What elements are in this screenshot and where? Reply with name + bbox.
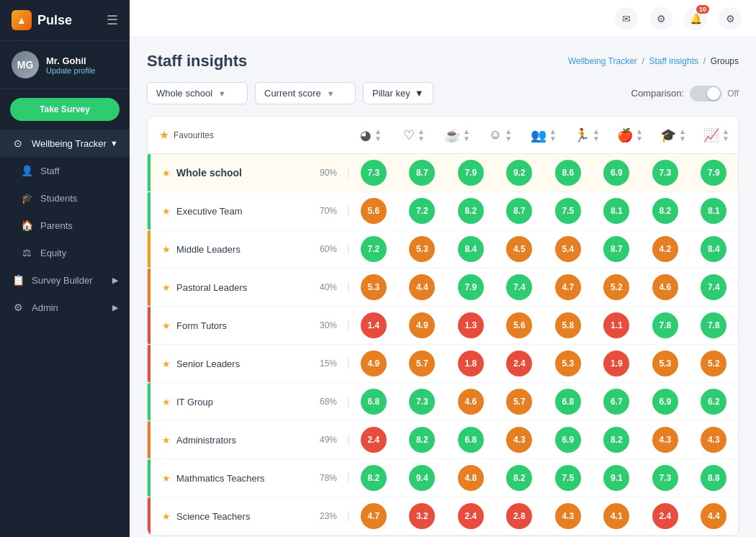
update-profile-link[interactable]: Update profile — [46, 66, 96, 75]
score-bubble: 1.8 — [458, 351, 484, 376]
score-cell: 1.1 — [593, 307, 642, 344]
score-bubble: 4.4 — [409, 274, 435, 300]
breadcrumb-root[interactable]: Wellbeing Tracker — [568, 56, 637, 66]
score-bubble: 5.7 — [506, 389, 532, 415]
favourite-star[interactable]: ★ — [162, 206, 171, 217]
score-filter[interactable]: Current score ▼ — [255, 82, 356, 104]
score-bubble: 7.3 — [361, 160, 387, 186]
favourite-star[interactable]: ★ — [162, 435, 171, 446]
profile-section: MG Mr. Gohil Update profile — [0, 41, 130, 89]
breadcrumb-parent[interactable]: Staff insights — [649, 56, 698, 66]
sidebar-item-parents[interactable]: 🏠 Parents — [0, 212, 130, 239]
sort-icon[interactable]: ▲▼ — [463, 128, 470, 143]
score-bubble: 6.8 — [555, 389, 581, 415]
take-survey-button[interactable]: Take Survey — [10, 98, 120, 121]
score-cell: 5.4 — [544, 230, 593, 268]
group-filter-label: Whole school — [156, 88, 212, 99]
sort-icon[interactable]: ▲▼ — [374, 128, 382, 143]
avatar: MG — [12, 51, 39, 78]
score-cell: 4.9 — [349, 345, 398, 382]
score-cell: 8.2 — [593, 421, 642, 459]
pillar-key-button[interactable]: Pillar key ▼ — [363, 82, 433, 104]
score-cell: 8.4 — [690, 230, 739, 268]
score-cell: 7.8 — [690, 307, 739, 344]
row-label-cell: ★Middle Leaders — [150, 237, 309, 262]
score-bubble: 6.8 — [458, 427, 484, 453]
score-bubble: 4.7 — [361, 503, 387, 529]
score-bubble: 8.8 — [701, 465, 726, 491]
sort-icon[interactable]: ▲▼ — [549, 128, 557, 143]
admin-icon: ⚙ — [12, 302, 24, 313]
favourite-star[interactable]: ★ — [162, 397, 171, 407]
sort-icon[interactable]: ▲▼ — [593, 128, 600, 143]
sidebar-item-equity[interactable]: ⚖ Equity — [0, 239, 130, 266]
sidebar-item-wellbeing-tracker[interactable]: ⊙ Wellbeing Tracker ▼ — [0, 130, 130, 157]
sidebar-item-staff[interactable]: 👤 Staff — [0, 157, 130, 184]
score-filter-label: Current score — [264, 88, 321, 99]
score-bubble: 8.7 — [603, 236, 629, 262]
sort-icon[interactable]: ▲▼ — [505, 128, 512, 143]
group-filter[interactable]: Whole school ▼ — [147, 82, 248, 104]
wellbeing-icon: ⊙ — [12, 137, 24, 149]
mail-button[interactable]: ✉ — [615, 7, 638, 30]
toggle-knob — [707, 87, 720, 100]
score-bubble: 4.3 — [506, 427, 532, 453]
score-cell: 7.8 — [641, 307, 690, 344]
score-bubble: 8.1 — [603, 198, 629, 224]
score-bubble: 2.4 — [652, 503, 678, 529]
sort-icon[interactable]: ▲▼ — [722, 128, 729, 143]
score-bubble: 5.4 — [555, 236, 581, 262]
score-cell: 6.9 — [544, 421, 593, 459]
score-cell: 7.9 — [690, 154, 739, 191]
row-label: Executive Team — [176, 206, 243, 217]
favourite-star[interactable]: ★ — [162, 282, 171, 293]
col-header-professional: 🎓 ▲▼ — [652, 127, 695, 143]
favourite-star[interactable]: ★ — [162, 244, 171, 255]
equity-icon: ⚖ — [20, 247, 33, 258]
page-title: Staff insights — [147, 52, 247, 71]
score-cell: 7.3 — [349, 154, 398, 191]
score-cell: 8.2 — [398, 421, 447, 459]
score-cell: 7.2 — [349, 230, 398, 268]
chevron-icon: ▼ — [110, 139, 118, 148]
score-cell: 6.9 — [641, 383, 690, 420]
survey-icon: 📋 — [12, 274, 24, 286]
settings-button[interactable]: ⚙ — [649, 7, 672, 30]
sidebar-item-survey-builder[interactable]: 📋 Survey Builder ▶ — [0, 266, 130, 294]
score-cell: 4.7 — [544, 268, 593, 306]
favourite-star[interactable]: ★ — [162, 168, 171, 179]
score-bubble: 5.3 — [652, 351, 678, 376]
table-row: ★Pastoral Leaders40%5.34.47.97.44.75.24.… — [148, 268, 738, 307]
profile-info: Mr. Gohil Update profile — [46, 55, 96, 75]
row-pct: 70% — [309, 206, 349, 216]
sidebar-item-admin[interactable]: ⚙ Admin ▶ — [0, 294, 130, 321]
score-bubble: 4.5 — [506, 236, 532, 262]
score-bubble: 7.3 — [652, 465, 678, 491]
favourite-star[interactable]: ★ — [162, 358, 171, 369]
row-label-cell: ★Mathmatics Teachers — [150, 466, 309, 491]
row-pct: 30% — [309, 320, 349, 330]
row-label-cell: ★Whole school — [150, 160, 309, 186]
notifications-button[interactable]: 🔔 10 — [684, 7, 707, 30]
row-pct: 49% — [309, 435, 349, 445]
breadcrumb-current: Groups — [711, 56, 739, 66]
score-bubble: 5.8 — [555, 312, 581, 338]
sort-icon[interactable]: ▲▼ — [636, 128, 643, 143]
favourite-star[interactable]: ★ — [162, 511, 171, 522]
favourite-star[interactable]: ★ — [162, 473, 171, 484]
score-bubble: 5.6 — [361, 198, 387, 224]
sort-icon[interactable]: ▲▼ — [679, 128, 686, 143]
score-bubble: 1.1 — [603, 312, 629, 338]
help-button[interactable]: ⚙ — [719, 7, 742, 30]
hamburger-icon[interactable]: ☰ — [107, 12, 118, 28]
sidebar-item-students[interactable]: 🎓 Students — [0, 184, 130, 212]
insights-table: ★ Favourites ◕ ▲▼ ♡ ▲▼ ☕ — [147, 116, 739, 536]
col-header-happiness: ☺ ▲▼ — [479, 127, 522, 143]
table-row: ★Executive Team70%5.67.28.28.77.58.18.28… — [148, 192, 738, 230]
favourite-star[interactable]: ★ — [162, 320, 171, 331]
score-cell: 6.7 — [593, 383, 642, 420]
score-bubble: 9.4 — [409, 465, 435, 491]
sort-icon[interactable]: ▲▼ — [418, 128, 425, 143]
score-bubble: 7.4 — [506, 274, 532, 300]
comparison-toggle-switch[interactable] — [690, 86, 721, 101]
